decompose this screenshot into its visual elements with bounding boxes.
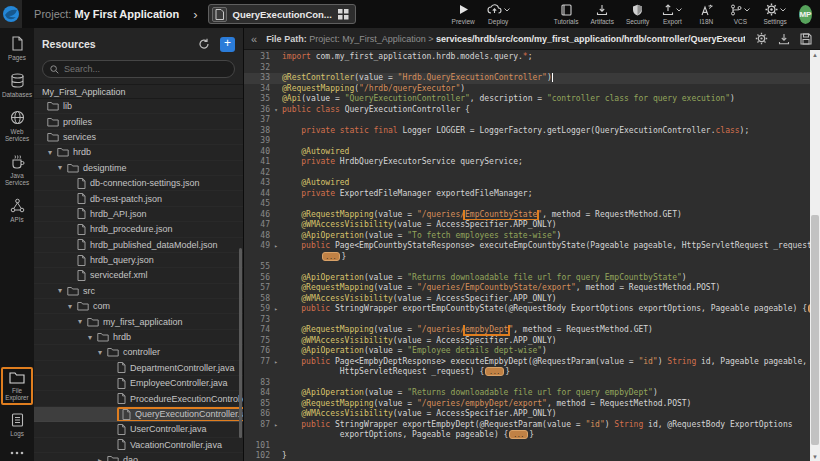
settings-button[interactable]: Settings: [757, 0, 793, 28]
tree-folder-item[interactable]: ▾com: [34, 299, 243, 314]
export-button[interactable]: Export: [655, 0, 689, 28]
scrollbar-thumb[interactable]: [811, 215, 819, 445]
code-line[interactable]: 75 @WMAccessVisibility(value = AccessSpe…: [244, 336, 810, 347]
code-line[interactable]: 55: [244, 262, 810, 273]
tree-root[interactable]: My_First_Application: [34, 84, 243, 99]
code-line[interactable]: 47 @WMAccessVisibility(value = AccessSpe…: [244, 220, 810, 231]
code-line[interactable]: 44 private ExportedFileManager exportedF…: [244, 189, 810, 200]
code-line[interactable]: 101: [244, 441, 810, 452]
tree-file-item[interactable]: hrdb_API.json: [34, 207, 243, 222]
save-icon[interactable]: [800, 33, 812, 45]
code-line[interactable]: 39: [244, 136, 810, 147]
tree-folder-item[interactable]: ▾my_first_application: [34, 314, 243, 329]
open-file-tab[interactable]: QueryExecutionCon...: [208, 4, 356, 24]
code-editor[interactable]: 31import com.my_first_application.hrdb.m…: [244, 50, 810, 461]
tree-file-item[interactable]: db-connection-settings.json: [34, 176, 243, 191]
fold-marker[interactable]: ▸: [270, 420, 282, 431]
resources-scrollbar[interactable]: [239, 248, 242, 438]
more-options-button[interactable]: [10, 451, 24, 455]
tree-file-item[interactable]: hrdb_query.json: [34, 253, 243, 268]
code-line[interactable]: 59▸ public StringWrapper exportEmpCountb…: [244, 304, 810, 315]
code-line[interactable]: 77▸ public Page<EmpbyDeptResponse> execu…: [244, 357, 810, 368]
tree-file-item[interactable]: EmployeeController.java: [34, 376, 243, 391]
tree-folder-item[interactable]: profiles: [34, 114, 243, 129]
artifacts-button[interactable]: Artifacts: [584, 0, 619, 28]
project-breadcrumb[interactable]: Project: My First Application: [34, 8, 179, 20]
grid-icon[interactable]: [338, 9, 349, 20]
code-line[interactable]: 43 @Autowired: [244, 178, 810, 189]
tree-folder-item[interactable]: lib: [34, 99, 243, 114]
tree-file-item[interactable]: hrdb_published_dataModel.json: [34, 238, 243, 253]
user-avatar[interactable]: MP: [799, 5, 812, 24]
tree-file-item[interactable]: VacationController.java: [34, 438, 243, 453]
code-line[interactable]: 73: [244, 315, 810, 326]
collapse-panel-button[interactable]: «: [248, 33, 260, 45]
expand-arrow-icon[interactable]: ▾: [68, 302, 77, 311]
collapse-arrow-icon[interactable]: ▸: [98, 456, 107, 461]
folded-code-badge[interactable]: ...: [322, 252, 341, 261]
code-line[interactable]: 84 @ApiOperation(value = "Returns downlo…: [244, 388, 810, 399]
code-line[interactable]: 83: [244, 378, 810, 389]
code-line[interactable]: 37: [244, 115, 810, 126]
tree-file-item[interactable]: ProcedureExecutionController.java: [34, 391, 243, 406]
tree-folder-item[interactable]: ▾designtime: [34, 161, 243, 176]
tree-folder-item[interactable]: ▾src: [34, 284, 243, 299]
code-line[interactable]: 45: [244, 199, 810, 210]
code-line[interactable]: 76 @ApiOperation(value = "Employee detai…: [244, 346, 810, 357]
expand-arrow-icon[interactable]: ▾: [58, 163, 67, 172]
code-line[interactable]: 35@Api(value = "QueryExecutionController…: [244, 94, 810, 105]
sidebar-item-apis[interactable]: APIs: [1, 198, 33, 223]
code-line[interactable]: 56 @ApiOperation(value = "Returns downlo…: [244, 273, 810, 284]
search-input[interactable]: [64, 64, 214, 74]
code-line[interactable]: 41 private HrdbQueryExecutorService quer…: [244, 157, 810, 168]
code-line[interactable]: 34@RequestMapping("/hrdb/queryExecutor"): [244, 84, 810, 95]
code-line[interactable]: 38 private static final Logger LOGGER = …: [244, 126, 810, 137]
editor-scrollbar[interactable]: ▲ ▼: [810, 50, 820, 461]
code-line[interactable]: 36▾public class QueryExecutionController…: [244, 105, 810, 116]
expand-arrow-icon[interactable]: ▾: [58, 286, 67, 295]
sidebar-item-databases[interactable]: Databases: [1, 73, 33, 98]
tutorials-button[interactable]: Tutorials: [548, 0, 585, 28]
add-resource-button[interactable]: +: [220, 37, 235, 52]
code-line[interactable]: 42: [244, 168, 810, 179]
sidebar-item-logs[interactable]: Logs: [1, 413, 33, 437]
tree-folder-item[interactable]: ▾controller: [34, 345, 243, 360]
tree-folder-item[interactable]: ▸dao: [34, 453, 243, 461]
folded-code-badge[interactable]: ...: [509, 430, 528, 439]
code-line[interactable]: 33@RestController(value = "Hrdb.QueryExe…: [244, 73, 810, 84]
code-line[interactable]: 31import com.my_first_application.hrdb.m…: [244, 52, 810, 63]
fold-marker[interactable]: ▸: [270, 304, 282, 315]
resource-search[interactable]: [42, 60, 235, 78]
sidebar-item-java-services[interactable]: Java Services: [1, 154, 33, 186]
code-line[interactable]: 85 @RequestMapping(value = "/queries/emp…: [244, 399, 810, 410]
tree-folder-item[interactable]: ▾hrdb: [34, 330, 243, 345]
refresh-icon[interactable]: [198, 38, 210, 50]
tree-file-item[interactable]: hrdb_procedure.json: [34, 222, 243, 237]
fold-marker[interactable]: ▾: [270, 105, 282, 116]
sidebar-item-pages[interactable]: Pages: [1, 36, 33, 61]
code-line[interactable]: 87▸ public StringWrapper exportEmpbyDept…: [244, 420, 810, 431]
security-button[interactable]: Security: [620, 0, 655, 28]
i18n-button[interactable]: I18N: [689, 0, 723, 28]
code-line[interactable]: 32: [244, 63, 810, 74]
tree-file-item[interactable]: db-rest-patch.json: [34, 191, 243, 206]
tree-file-item[interactable]: QueryExecutionController.java: [34, 407, 243, 422]
code-line[interactable]: 57 @RequestMapping(value = "/queries/Emp…: [244, 283, 810, 294]
code-line[interactable]: HttpServletRequest _request) {...}: [244, 367, 810, 378]
code-line[interactable]: 86 @WMAccessVisibility(value = AccessSpe…: [244, 409, 810, 420]
tree-file-item[interactable]: UserController.java: [34, 422, 243, 437]
code-line[interactable]: 49▸ public Page<EmpCountbyStateResponse>…: [244, 241, 810, 252]
tree-folder-item[interactable]: ▾hrdb: [34, 145, 243, 160]
code-line[interactable]: exportOptions, Pageable pageable) {...}: [244, 430, 810, 441]
deploy-button[interactable]: Deploy: [481, 0, 516, 28]
editor-settings-gear-icon[interactable]: [755, 32, 768, 45]
fold-marker[interactable]: ▸: [270, 357, 282, 368]
app-logo[interactable]: [0, 0, 22, 28]
sidebar-item-web-services[interactable]: Web Services: [1, 110, 33, 142]
tree-folder-item[interactable]: services: [34, 130, 243, 145]
code-line[interactable]: 58 @WMAccessVisibility(value = AccessSpe…: [244, 294, 810, 305]
scroll-up-arrow[interactable]: ▲: [810, 50, 820, 59]
code-line[interactable]: 46 @RequestMapping(value = "/queries/Emp…: [244, 210, 810, 221]
scroll-down-arrow[interactable]: ▼: [810, 452, 820, 461]
code-line[interactable]: 74 @RequestMapping(value = "/queries/emp…: [244, 325, 810, 336]
